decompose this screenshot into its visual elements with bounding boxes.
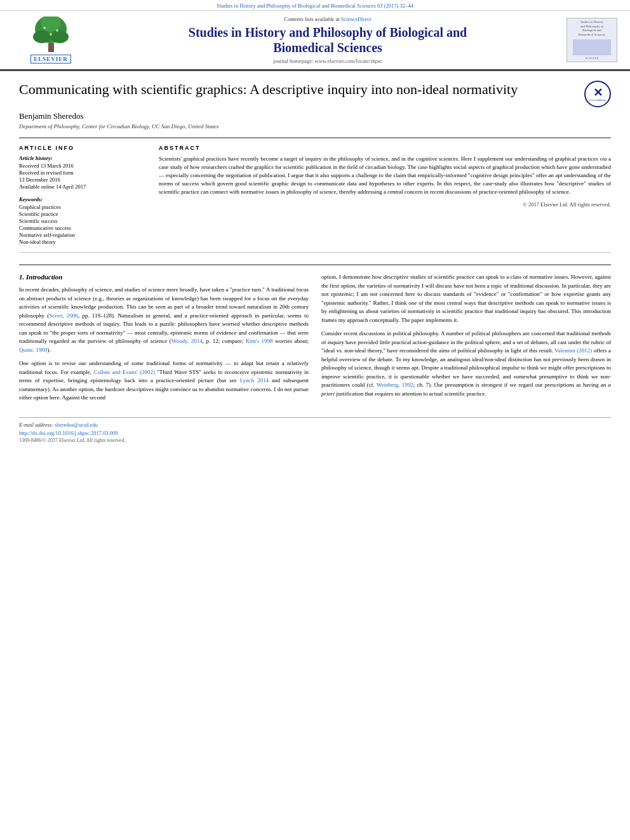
received-date: Received 13 March 2016 <box>19 163 146 169</box>
elsevier-tree-icon <box>24 17 78 55</box>
article-footer: E-mail address: sheredos@ucsd.edu http:/… <box>19 417 611 443</box>
intro-left-column: 1. Introduction In recent decades, philo… <box>19 273 309 408</box>
intro-right-column: option, I demonstrate how descriptive st… <box>321 273 611 408</box>
journal-ref-bar: Studies in History and Philosophy of Bio… <box>0 0 630 11</box>
svg-point-2 <box>33 30 51 43</box>
intro-para-1: In recent decades, philosophy of science… <box>19 286 309 354</box>
keyword-4: Communicative success <box>19 225 146 231</box>
author-name: Benjamin Sheredos <box>19 111 611 121</box>
sciencedirect-link[interactable]: ScienceDirect <box>341 16 372 22</box>
introduction-section: 1. Introduction In recent decades, philo… <box>19 264 611 408</box>
valentini-ref[interactable]: Valentini (2012) <box>554 347 592 354</box>
journal-reference: Studies in History and Philosophy of Bio… <box>217 3 413 9</box>
svg-point-7 <box>50 33 52 36</box>
lynch-ref[interactable]: Lynch 2014 <box>240 377 269 383</box>
intro-para-3: option, I demonstrate how descriptive st… <box>321 273 611 324</box>
issn-footer: 1369-8486/© 2017 Elsevier Ltd. All right… <box>19 437 611 443</box>
keyword-6: Non-ideal theory <box>19 239 146 245</box>
abstract-column: ABSTRACT Scientists' graphical practices… <box>159 145 611 246</box>
revised-date: 13 December 2016 <box>19 177 146 183</box>
woody-ref[interactable]: Woody, 2014 <box>171 338 203 344</box>
received-revised-label: Received in revised form <box>19 170 146 176</box>
journal-title-area: Contents lists available at ScienceDirec… <box>89 16 566 64</box>
article-title: Communicating with scientific graphics: … <box>19 81 578 99</box>
email-footer: E-mail address: sheredos@ucsd.edu <box>19 422 611 428</box>
keyword-3: Scientific success <box>19 218 146 224</box>
abstract-text: Scientists' graphical practices have rec… <box>159 155 611 196</box>
intro-para-4: Consider recent discussions in political… <box>321 330 611 398</box>
keyword-2: Scientific practice <box>19 211 146 217</box>
article-title-row: Communicating with scientific graphics: … <box>19 81 611 107</box>
svg-point-3 <box>51 30 69 43</box>
keywords-label: Keywords: <box>19 196 146 203</box>
main-content: Communicating with scientific graphics: … <box>0 71 630 456</box>
keyword-5: Normative self-regulation <box>19 232 146 238</box>
info-abstract-section: ARTICLE INFO Article history: Received 1… <box>19 137 611 246</box>
available-date: Available online 14 April 2017 <box>19 183 146 190</box>
email-link[interactable]: sheredos@ucsd.edu <box>55 422 98 428</box>
logo-area: ELSEVIER <box>13 17 89 63</box>
journal-header: ELSEVIER Contents lists available at Sci… <box>0 11 630 71</box>
svg-point-6 <box>56 29 58 32</box>
journal-main-title: Studies in History and Philosophy of Bio… <box>95 25 560 55</box>
crossmark-badge: ✕ CrossMark <box>584 81 611 107</box>
contents-line: Contents lists available at ScienceDirec… <box>95 16 560 22</box>
article-info-column: ARTICLE INFO Article history: Received 1… <box>19 145 146 246</box>
thumb-image <box>573 39 611 55</box>
doi-link[interactable]: http://dx.doi.org/10.1016/j.shpsc.2017.0… <box>19 430 611 436</box>
kim-ref[interactable]: Kim's 1998 <box>246 338 273 344</box>
section-divider <box>19 252 611 253</box>
elsevier-brand-text: ELSEVIER <box>30 55 71 63</box>
journal-thumbnail: Studies in Historyand Philosophy ofBiolo… <box>566 18 617 62</box>
collins-evans-ref[interactable]: Collins and Evans' (2002) <box>93 369 155 375</box>
weinberg-ref[interactable]: Weinberg, 1992 <box>377 382 413 388</box>
elsevier-logo: ELSEVIER <box>13 17 89 63</box>
article-info-header: ARTICLE INFO <box>19 145 146 151</box>
intro-section-title: 1. Introduction <box>19 273 309 281</box>
copyright-notice: © 2017 Elsevier Ltd. All rights reserved… <box>159 201 611 208</box>
svg-rect-0 <box>48 43 54 52</box>
article-history-label: Article history: <box>19 155 146 161</box>
intro-para-2: One option is to revise our understandin… <box>19 359 309 403</box>
keyword-1: Graphical practices <box>19 204 146 210</box>
quine-ref[interactable]: Quine, 1969 <box>19 347 48 353</box>
svg-point-5 <box>43 27 46 29</box>
abstract-header: ABSTRACT <box>159 145 611 151</box>
keywords-section: Keywords: Graphical practices Scientific… <box>19 196 146 245</box>
journal-homepage: journal homepage: www.elsevier.com/locat… <box>95 58 560 64</box>
scerri-ref[interactable]: Scerri, 2006 <box>49 312 78 319</box>
author-affiliation: Department of Philosophy, Center for Cir… <box>19 123 611 130</box>
